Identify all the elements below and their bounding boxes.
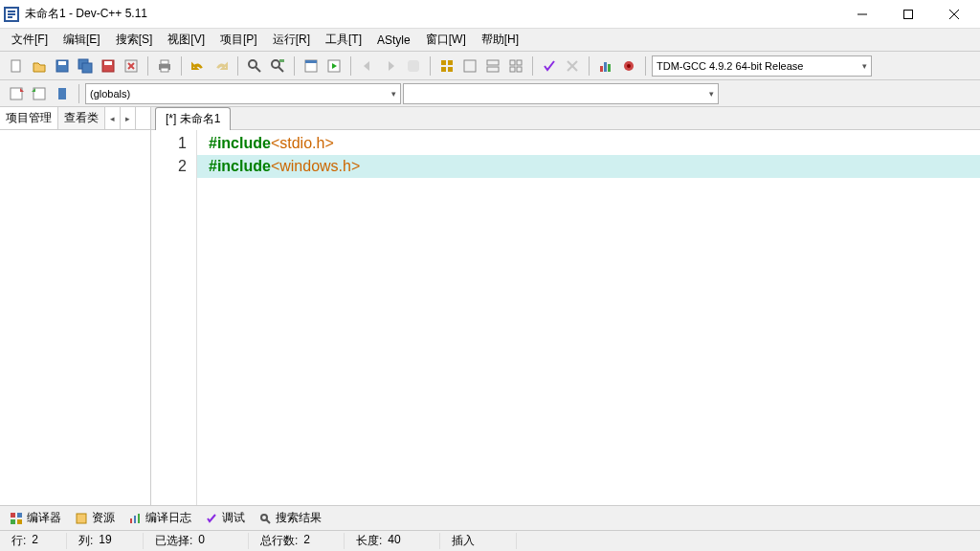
member-select[interactable]: ▾ xyxy=(403,83,719,104)
goto-back-icon[interactable] xyxy=(29,83,50,104)
tab-scroll-left[interactable]: ◂ xyxy=(105,107,121,129)
svg-rect-43 xyxy=(517,67,522,72)
goto-func-icon[interactable] xyxy=(6,83,27,104)
log-icon xyxy=(128,512,142,525)
svg-rect-47 xyxy=(604,62,607,72)
svg-marker-32 xyxy=(389,61,394,71)
debug-icon[interactable] xyxy=(618,55,639,77)
svg-rect-42 xyxy=(510,67,515,72)
stop-icon[interactable] xyxy=(403,55,424,77)
svg-rect-58 xyxy=(11,519,15,524)
close-file-icon[interactable] xyxy=(121,55,142,77)
dropdown-icon: ▾ xyxy=(709,89,714,99)
status-sel-label: 已选择: xyxy=(155,533,192,549)
status-mode: 插入 xyxy=(452,533,475,549)
svg-rect-33 xyxy=(441,60,446,65)
svg-rect-41 xyxy=(517,60,522,65)
menu-project[interactable]: 项目[P] xyxy=(212,29,265,51)
menu-edit[interactable]: 编辑[E] xyxy=(56,29,108,51)
run-icon[interactable] xyxy=(323,55,345,77)
svg-rect-38 xyxy=(487,60,499,65)
app-icon xyxy=(4,7,19,22)
undo-icon[interactable] xyxy=(188,55,209,77)
compiler-select[interactable]: TDM-GCC 4.9.2 64-bit Release ▾ xyxy=(652,55,872,77)
code-line[interactable]: #include<windows.h> xyxy=(197,155,980,178)
check-icon xyxy=(205,512,218,525)
close-button[interactable] xyxy=(932,1,976,28)
tab-project-manager[interactable]: 项目管理 xyxy=(0,107,58,129)
menu-search[interactable]: 搜索[S] xyxy=(108,29,161,51)
tab-class-browser[interactable]: 查看类 xyxy=(58,107,105,129)
status-col-label: 列: xyxy=(78,533,93,549)
status-len-label: 长度: xyxy=(356,533,382,549)
tab-compile-log[interactable]: 编译日志 xyxy=(122,508,197,528)
menu-view[interactable]: 视图[V] xyxy=(160,29,212,51)
compile-icon[interactable] xyxy=(301,55,322,77)
menu-file[interactable]: 文件[F] xyxy=(4,29,56,51)
minimize-button[interactable] xyxy=(840,1,884,28)
svg-rect-21 xyxy=(161,68,168,72)
menu-astyle[interactable]: AStyle xyxy=(369,31,418,50)
svg-rect-20 xyxy=(161,60,168,64)
svg-point-22 xyxy=(249,60,256,68)
tab-debug[interactable]: 调试 xyxy=(199,508,251,528)
profile-icon[interactable] xyxy=(595,55,616,77)
svg-rect-37 xyxy=(464,60,476,72)
menu-window[interactable]: 窗口[W] xyxy=(418,29,474,51)
tab-search-results[interactable]: 搜索结果 xyxy=(253,508,327,528)
menu-tools[interactable]: 工具[T] xyxy=(318,29,369,51)
svg-rect-48 xyxy=(608,64,611,72)
svg-rect-46 xyxy=(600,66,603,72)
delete-icon[interactable] xyxy=(562,55,583,77)
bookmark-icon[interactable] xyxy=(52,83,73,104)
save-icon[interactable] xyxy=(52,55,73,77)
check-icon[interactable] xyxy=(539,55,560,77)
scope-select[interactable]: (globals) ▾ xyxy=(85,83,401,104)
svg-marker-31 xyxy=(364,61,369,71)
svg-rect-63 xyxy=(138,514,140,523)
svg-rect-60 xyxy=(77,514,86,523)
find-icon[interactable] xyxy=(244,55,265,77)
grid3-icon[interactable] xyxy=(482,55,503,77)
replace-icon[interactable] xyxy=(267,55,288,77)
tab-compiler[interactable]: 编译器 xyxy=(4,508,67,528)
svg-rect-13 xyxy=(82,63,92,73)
dropdown-icon: ▾ xyxy=(391,89,396,99)
svg-rect-56 xyxy=(11,513,15,518)
code-line[interactable]: #include<stdio.h> xyxy=(197,132,980,155)
svg-rect-40 xyxy=(510,60,515,65)
save-as-icon[interactable] xyxy=(98,55,119,77)
menu-run[interactable]: 运行[R] xyxy=(265,29,318,51)
open-file-icon[interactable] xyxy=(29,55,50,77)
nav-fwd-icon[interactable] xyxy=(380,55,401,77)
svg-rect-62 xyxy=(134,516,136,523)
menu-help[interactable]: 帮助[H] xyxy=(474,29,526,51)
new-file-icon[interactable] xyxy=(6,55,27,77)
svg-rect-28 xyxy=(305,60,317,63)
redo-icon[interactable] xyxy=(211,55,232,77)
svg-rect-4 xyxy=(8,16,12,18)
status-col: 19 xyxy=(99,533,111,549)
maximize-button[interactable] xyxy=(886,1,930,28)
tab-scroll-right[interactable]: ▸ xyxy=(121,107,136,129)
save-all-icon[interactable] xyxy=(75,55,96,77)
grid-icon xyxy=(10,512,23,525)
grid4-icon[interactable] xyxy=(505,55,526,77)
code-editor[interactable]: 12 #include<stdio.h>#include<windows.h> xyxy=(151,130,980,505)
code-content[interactable]: #include<stdio.h>#include<windows.h> xyxy=(197,130,980,505)
main-toolbar: TDM-GCC 4.9.2 64-bit Release ▾ xyxy=(0,52,980,80)
file-tab-bar: [*] 未命名1 xyxy=(151,107,980,130)
scope-toolbar: (globals) ▾ ▾ xyxy=(0,80,980,107)
svg-rect-36 xyxy=(448,67,453,72)
dropdown-icon: ▾ xyxy=(862,61,867,71)
svg-rect-35 xyxy=(441,67,446,72)
grid1-icon[interactable] xyxy=(436,55,457,77)
file-tab[interactable]: [*] 未命名1 xyxy=(155,107,231,130)
grid2-icon[interactable] xyxy=(459,55,480,77)
tab-resources[interactable]: 资源 xyxy=(69,508,121,528)
svg-rect-59 xyxy=(17,519,22,524)
svg-point-24 xyxy=(272,60,279,68)
print-icon[interactable] xyxy=(154,55,175,77)
nav-back-icon[interactable] xyxy=(357,55,378,77)
compiler-select-value: TDM-GCC 4.9.2 64-bit Release xyxy=(657,60,803,72)
